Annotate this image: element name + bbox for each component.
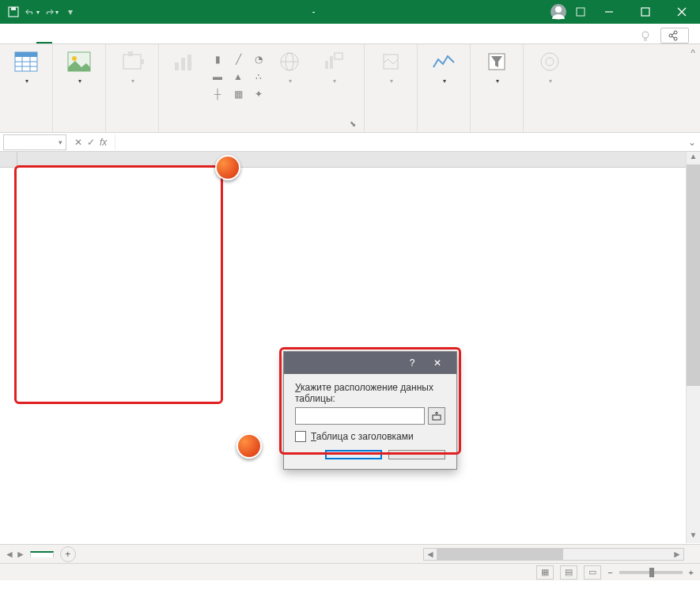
svg-point-3: [555, 6, 562, 13]
tell-me-search[interactable]: [640, 30, 654, 41]
vertical-scrollbar[interactable]: ▲ ▼: [686, 152, 700, 543]
pivot-chart-button[interactable]: ▾: [310, 47, 358, 86]
svg-line-15: [672, 33, 675, 35]
chart-type-radar-icon[interactable]: ✦: [249, 85, 268, 103]
view-pagelayout-icon[interactable]: ▤: [560, 565, 577, 580]
sheet-nav-prev-icon[interactable]: ◄: [5, 549, 14, 560]
ok-button[interactable]: [325, 450, 382, 459]
cancel-formula-icon[interactable]: ✕: [74, 137, 82, 148]
range-selector-icon[interactable]: [428, 407, 445, 425]
enter-formula-icon[interactable]: ✓: [87, 137, 95, 148]
save-icon[interactable]: [6, 5, 21, 19]
dialog-range-input[interactable]: [295, 407, 425, 425]
chart-type-scatter-icon[interactable]: ∴: [249, 68, 268, 85]
tab-data[interactable]: [84, 37, 100, 43]
group-tables: ▾: [0, 44, 53, 132]
chart-type-bar-icon[interactable]: ▬: [208, 68, 227, 85]
svg-rect-6: [641, 8, 649, 16]
vscroll-thumb[interactable]: [687, 164, 700, 386]
scroll-left-icon[interactable]: ◄: [424, 549, 437, 560]
user-area[interactable]: [543, 3, 591, 21]
link-button[interactable]: ▾: [530, 47, 569, 86]
svg-rect-35: [330, 56, 333, 69]
globe-icon: [277, 49, 302, 74]
recommended-charts-button[interactable]: [165, 47, 205, 77]
tab-home[interactable]: [21, 37, 36, 43]
formula-input[interactable]: [115, 134, 684, 150]
filter-icon: [484, 49, 509, 74]
cancel-button[interactable]: [388, 450, 445, 459]
scroll-up-icon[interactable]: ▲: [687, 152, 700, 164]
group-sparklines: ▾: [418, 44, 471, 132]
tables-button[interactable]: ▾: [6, 47, 46, 86]
illustrations-button[interactable]: ▾: [59, 47, 99, 86]
close-button[interactable]: [664, 0, 700, 24]
chart-type-pie-icon[interactable]: ◔: [249, 51, 268, 68]
dialog-titlebar[interactable]: ? ✕: [284, 352, 456, 374]
filters-button[interactable]: ▾: [477, 47, 516, 86]
chart-type-surface-icon[interactable]: ▦: [229, 85, 248, 103]
chart-type-line-icon[interactable]: ╱: [229, 51, 248, 68]
expand-formula-bar-icon[interactable]: ⌄: [684, 137, 700, 148]
link-icon: [537, 49, 562, 74]
horizontal-scrollbar[interactable]: ◄ ►: [423, 548, 684, 561]
view-normal-icon[interactable]: ▦: [536, 565, 554, 580]
minimize-button[interactable]: [591, 0, 627, 24]
maximize-button[interactable]: [627, 0, 664, 24]
new-sheet-button[interactable]: +: [60, 546, 76, 562]
customize-qat-icon[interactable]: ▾: [63, 5, 78, 19]
hscroll-thumb[interactable]: [437, 549, 563, 560]
svg-point-9: [642, 32, 649, 38]
tab-insert[interactable]: [36, 36, 52, 43]
sparklines-button[interactable]: ▾: [424, 47, 464, 86]
spreadsheet-grid[interactable]: ? ✕ Укажите расположение данных таблицы:…: [0, 152, 700, 544]
window-title: -: [84, 6, 543, 17]
scroll-right-icon[interactable]: ►: [671, 549, 683, 560]
select-all-cell[interactable]: [0, 152, 17, 168]
addins-button[interactable]: ▾: [112, 47, 152, 86]
redo-icon[interactable]: ▾: [44, 5, 59, 19]
chart-type-stock-icon[interactable]: ┼: [208, 85, 227, 103]
chart-type-column-icon[interactable]: ▮: [208, 51, 227, 68]
tab-formulas[interactable]: [68, 37, 84, 43]
svg-point-39: [541, 53, 558, 70]
addins-icon: [119, 49, 145, 74]
quick-access-toolbar: ▾ ▾ ▾: [0, 5, 84, 19]
group-tours: ▾: [365, 44, 418, 132]
name-box[interactable]: ▾: [3, 134, 66, 150]
3dmap-button[interactable]: ▾: [371, 47, 411, 86]
chart-type-area-icon[interactable]: ▲: [229, 68, 248, 85]
tab-review[interactable]: [100, 37, 115, 43]
headers-checkbox[interactable]: [295, 431, 306, 442]
tab-view[interactable]: [115, 37, 131, 43]
ribbon-options-icon[interactable]: [573, 5, 588, 19]
tab-file[interactable]: [5, 37, 21, 43]
zoom-out-icon[interactable]: −: [607, 568, 612, 577]
tab-pagelayout[interactable]: [52, 37, 68, 43]
dialog-range-label: Укажите расположение данных таблицы:: [295, 382, 445, 404]
column-headers[interactable]: [17, 152, 686, 168]
sheet-tab[interactable]: [30, 551, 54, 557]
dialog-close-icon[interactable]: ✕: [425, 352, 450, 374]
view-pagebreak-icon[interactable]: ▭: [584, 565, 601, 580]
maps-button[interactable]: ▾: [271, 47, 307, 86]
scroll-down-icon[interactable]: ▼: [687, 531, 700, 543]
svg-rect-29: [181, 58, 185, 70]
collapse-ribbon-icon[interactable]: ^: [691, 47, 695, 59]
fx-icon[interactable]: fx: [100, 137, 107, 148]
dialog-launcher-icon[interactable]: ⬊: [350, 119, 361, 130]
share-button[interactable]: [660, 28, 689, 43]
lightbulb-icon: [640, 30, 651, 41]
3dmap-icon: [378, 49, 403, 74]
svg-rect-30: [187, 55, 191, 70]
undo-icon[interactable]: ▾: [25, 5, 40, 19]
zoom-in-icon[interactable]: +: [689, 568, 694, 577]
dialog-help-icon[interactable]: ?: [399, 352, 425, 374]
chart-icon: [172, 49, 198, 74]
zoom-slider[interactable]: [619, 571, 683, 574]
tab-help[interactable]: [131, 37, 147, 43]
create-table-dialog: ? ✕ Укажите расположение данных таблицы:…: [283, 351, 457, 470]
ribbon: ▾ ▾ ▾ ▮ ╱ ◔ ▬ ▲ ∴ ┼ ▦ ✦ ▾ ▾ ⬊: [0, 44, 700, 133]
sheet-nav-next-icon[interactable]: ►: [16, 549, 25, 560]
group-addins: ▾: [106, 44, 159, 132]
